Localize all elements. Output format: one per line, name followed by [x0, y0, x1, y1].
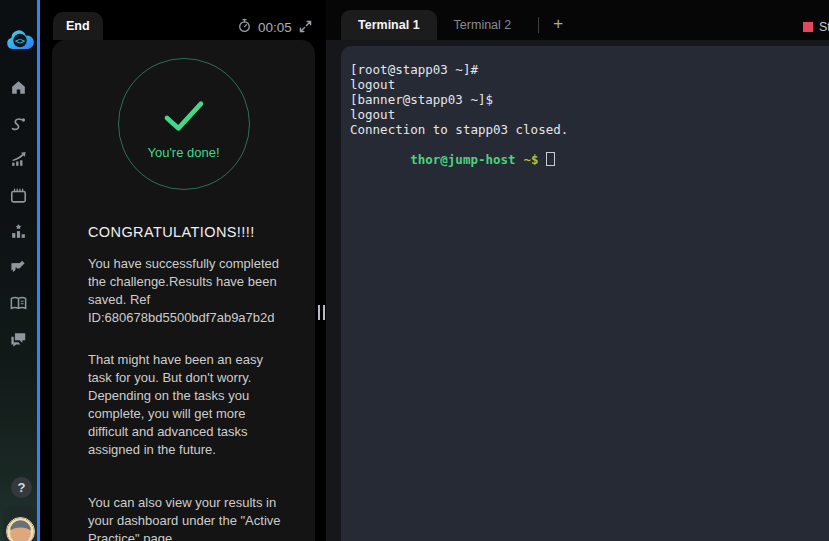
- user-avatar[interactable]: [6, 517, 35, 541]
- sidebar-item-feedback[interactable]: [0, 255, 37, 279]
- calendar-icon: [9, 186, 28, 205]
- congratulations-heading: CONGRATULATIONS!!!!: [88, 224, 289, 240]
- terminal-prompt-line: thor@jump-host~$: [350, 137, 829, 182]
- end-button[interactable]: End: [53, 12, 103, 40]
- add-terminal-button[interactable]: +: [543, 10, 573, 40]
- app-sidebar: <>: [0, 0, 40, 541]
- stop-button[interactable]: Stop: [803, 20, 829, 34]
- sidebar-item-cloud-code[interactable]: <>: [2, 26, 37, 58]
- sidebar-item-home[interactable]: [0, 75, 37, 99]
- expand-icon: [298, 20, 313, 37]
- stop-square-icon: [803, 22, 813, 32]
- sidebar-item-community[interactable]: [0, 327, 37, 351]
- expand-button[interactable]: [298, 19, 314, 35]
- message-edit-icon: [9, 258, 28, 277]
- book-icon: [9, 294, 28, 313]
- terminal-line: logout: [350, 77, 829, 92]
- avatar-container[interactable]: [3, 505, 37, 541]
- question-icon: ?: [18, 480, 26, 495]
- checkmark-icon: [161, 59, 207, 137]
- terminal-line: logout: [350, 107, 829, 122]
- terminal-line: [root@stapp03 ~]#: [350, 62, 829, 77]
- terminal-line: [banner@stapp03 ~]$: [350, 92, 829, 107]
- stop-label: Stop: [819, 20, 829, 34]
- sidebar-item-leaderboard[interactable]: [0, 219, 37, 243]
- terminal-panel: Terminal 1 Terminal 2 + Stop [root@stapp…: [326, 0, 829, 541]
- timer-value: 00:05: [258, 20, 292, 35]
- prompt-user: thor@jump-host: [410, 152, 515, 167]
- cloud-code-icon: <>: [4, 28, 36, 56]
- tab-terminal-2[interactable]: Terminal 2: [437, 10, 529, 40]
- dashboard-paragraph: You can also view your results in your d…: [88, 494, 289, 541]
- tab-separator: [538, 17, 539, 33]
- home-icon: [9, 78, 28, 97]
- stopwatch-icon: [237, 18, 252, 36]
- terminal-line: Connection to stapp03 closed.: [350, 122, 829, 137]
- sidebar-item-library[interactable]: [0, 291, 37, 315]
- sidebar-item-progress[interactable]: [0, 147, 37, 171]
- podium-star-icon: [9, 222, 28, 241]
- help-button[interactable]: ?: [11, 477, 32, 498]
- info-paragraph: That might have been an easy task for yo…: [88, 351, 289, 459]
- tab-terminal-1[interactable]: Terminal 1: [341, 10, 437, 40]
- success-circle: You're done!: [118, 58, 250, 190]
- done-message: You're done!: [147, 145, 219, 160]
- sidebar-item-learning-path[interactable]: [0, 111, 37, 135]
- result-paragraph: You have successfully completed the chal…: [88, 255, 289, 327]
- prompt-suffix: ~$: [524, 152, 539, 167]
- route-icon: [9, 114, 28, 133]
- svg-text:<>: <>: [14, 36, 24, 46]
- terminal-tabbar: Terminal 1 Terminal 2 + Stop: [326, 0, 829, 40]
- sidebar-item-calendar[interactable]: [0, 183, 37, 207]
- terminal-screen[interactable]: [root@stapp03 ~]# logout [banner@stapp03…: [341, 46, 829, 541]
- terminal-body-wrap: [root@stapp03 ~]# logout [banner@stapp03…: [326, 40, 829, 541]
- result-card: You're done! CONGRATULATIONS!!!! You hav…: [52, 40, 315, 541]
- terminal-cursor: [546, 152, 555, 166]
- chat-bubbles-icon: [9, 330, 28, 349]
- timer: 00:05: [237, 18, 292, 36]
- challenge-panel: End 00:05 You're done! CONGRATULATIONS!: [40, 0, 330, 541]
- growth-chart-icon: [9, 150, 28, 169]
